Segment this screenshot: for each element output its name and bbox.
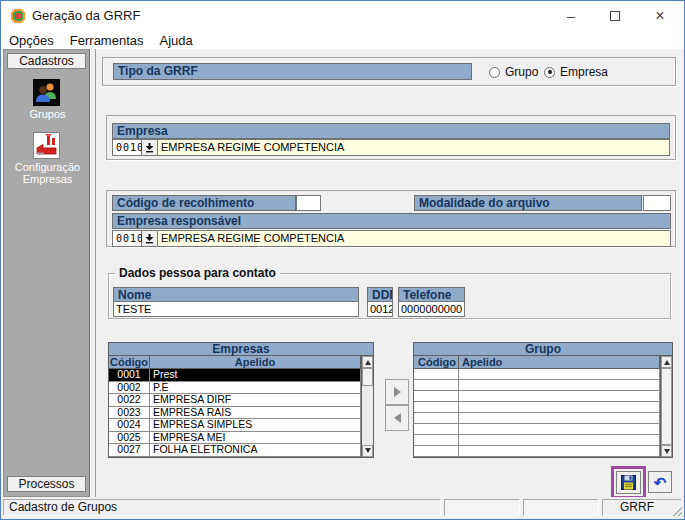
table-row[interactable]: [414, 369, 660, 380]
cell-codigo[interactable]: [414, 402, 459, 413]
maximize-icon: [610, 11, 620, 21]
telefone-label: Telefone: [398, 287, 465, 302]
scroll-up-button[interactable]: [661, 356, 672, 368]
sidebar-section-cadastros[interactable]: Cadastros: [7, 53, 86, 69]
scrollbar-thumb[interactable]: [661, 368, 672, 445]
ddd-input[interactable]: 0012: [367, 301, 393, 317]
radio-empresa-circle[interactable]: [544, 67, 555, 78]
cell-codigo[interactable]: [414, 380, 459, 391]
table-row[interactable]: 0002P.E: [109, 382, 361, 395]
responsavel-lookup-button[interactable]: [142, 230, 158, 247]
close-button[interactable]: ×: [645, 1, 675, 30]
radio-grupo-circle[interactable]: [489, 67, 500, 78]
telefone-input[interactable]: 0000000000: [398, 301, 465, 317]
table-row[interactable]: [414, 424, 660, 435]
menu-ajuda[interactable]: Ajuda: [160, 33, 193, 48]
scrollbar-track[interactable]: [362, 368, 373, 445]
cell-codigo[interactable]: 0027: [109, 444, 150, 457]
undo-button[interactable]: ↶: [648, 471, 672, 493]
scroll-down-button[interactable]: [661, 445, 672, 457]
empresa-code-input[interactable]: 0010: [112, 139, 142, 156]
table-row[interactable]: 0023EMPRESA RAIS: [109, 407, 361, 420]
cell-codigo[interactable]: 0025: [109, 432, 150, 445]
responsavel-code-input[interactable]: 0010: [112, 230, 142, 247]
empresa-lookup-button[interactable]: [142, 139, 158, 156]
cell-codigo[interactable]: 0023: [109, 407, 150, 420]
factory-icon[interactable]: [33, 132, 60, 159]
scroll-up-button[interactable]: [362, 356, 373, 368]
cell-apelido[interactable]: [459, 369, 660, 380]
responsavel-name-field[interactable]: EMPRESA REGIME COMPETENCIA: [158, 230, 671, 247]
cell-apelido[interactable]: [459, 446, 660, 457]
tipo-grrf-label: Tipo da GRRF: [113, 63, 472, 80]
radio-grupo[interactable]: Grupo: [489, 65, 538, 79]
cell-apelido[interactable]: EMPRESA SIMPLES: [150, 419, 361, 432]
cell-codigo[interactable]: 0002: [109, 382, 150, 395]
cell-codigo[interactable]: 0024: [109, 419, 150, 432]
cell-codigo[interactable]: 0001: [109, 369, 150, 382]
scrollbar-thumb[interactable]: [362, 368, 373, 386]
cell-codigo[interactable]: [414, 369, 459, 380]
cell-codigo[interactable]: 0022: [109, 394, 150, 407]
table-row[interactable]: [414, 391, 660, 402]
table-row[interactable]: [414, 435, 660, 446]
empresas-table-scrollbar[interactable]: [361, 356, 373, 457]
maximize-button[interactable]: [600, 1, 630, 30]
table-row[interactable]: 0022EMPRESA DIRF: [109, 394, 361, 407]
cell-apelido[interactable]: [459, 424, 660, 435]
cell-apelido[interactable]: EMPRESA DIRF: [150, 394, 361, 407]
scrollbar-track[interactable]: [661, 368, 672, 445]
table-row[interactable]: 0027FOLHA ELETRONICA: [109, 444, 361, 457]
users-icon[interactable]: [33, 79, 60, 106]
cell-apelido[interactable]: FOLHA ELETRONICA: [150, 444, 361, 457]
empresa-name-field[interactable]: EMPRESA REGIME COMPETENCIA: [158, 139, 670, 156]
cell-apelido[interactable]: EMPRESA RAIS: [150, 407, 361, 420]
cell-apelido[interactable]: [459, 391, 660, 402]
nome-input[interactable]: TESTE: [113, 301, 359, 317]
scroll-down-button[interactable]: [362, 445, 373, 457]
cell-codigo[interactable]: [414, 391, 459, 402]
table-row[interactable]: [414, 446, 660, 457]
minimize-button[interactable]: –: [556, 1, 586, 30]
cell-apelido[interactable]: [459, 380, 660, 391]
column-header-apelido[interactable]: Apelido: [459, 356, 660, 369]
cell-apelido[interactable]: EMPRESA MEI: [150, 432, 361, 445]
grupo-table-scrollbar[interactable]: [660, 356, 672, 457]
cell-codigo[interactable]: [414, 435, 459, 446]
codigo-recolhimento-input[interactable]: [296, 195, 321, 211]
move-left-button[interactable]: [385, 405, 409, 431]
save-button[interactable]: [616, 471, 641, 494]
cell-apelido[interactable]: [459, 413, 660, 424]
radio-empresa[interactable]: Empresa: [544, 65, 608, 79]
column-header-codigo[interactable]: Código: [109, 356, 150, 369]
cell-codigo[interactable]: [414, 446, 459, 457]
column-header-codigo[interactable]: Código: [414, 356, 459, 369]
sidebar-section-processos[interactable]: Processos: [7, 476, 86, 492]
title-bar[interactable]: Geração da GRRF – ×: [1, 1, 684, 31]
sidebar-item-configuracao-empresas[interactable]: Configuração Empresas: [4, 161, 91, 185]
arrow-down-icon: [664, 449, 670, 454]
table-row[interactable]: 0025EMPRESA MEI: [109, 432, 361, 445]
arrow-up-icon: [664, 360, 670, 365]
column-header-apelido[interactable]: Apelido: [150, 356, 361, 369]
cell-apelido[interactable]: Prest: [150, 369, 361, 382]
move-right-button[interactable]: [385, 379, 409, 405]
menu-ferramentas[interactable]: Ferramentas: [70, 33, 144, 48]
sidebar-item-grupos[interactable]: Grupos: [4, 108, 91, 120]
cell-codigo[interactable]: [414, 413, 459, 424]
table-row[interactable]: [414, 413, 660, 424]
table-row[interactable]: [414, 402, 660, 413]
cell-codigo[interactable]: [414, 424, 459, 435]
table-row[interactable]: 0024EMPRESA SIMPLES: [109, 419, 361, 432]
empresa-responsavel-label: Empresa responsável: [112, 213, 671, 229]
status-bar: Cadastro de Grupos GRRF: [1, 497, 684, 519]
menu-opcoes[interactable]: Opções: [9, 33, 54, 48]
radio-empresa-label: Empresa: [560, 65, 608, 79]
modalidade-arquivo-input[interactable]: [643, 195, 671, 211]
table-row[interactable]: [414, 380, 660, 391]
cell-apelido[interactable]: [459, 402, 660, 413]
cell-apelido[interactable]: [459, 435, 660, 446]
cell-apelido[interactable]: P.E: [150, 382, 361, 395]
table-row[interactable]: 0001Prest: [109, 369, 361, 382]
ddd-label: DDD: [367, 287, 393, 302]
